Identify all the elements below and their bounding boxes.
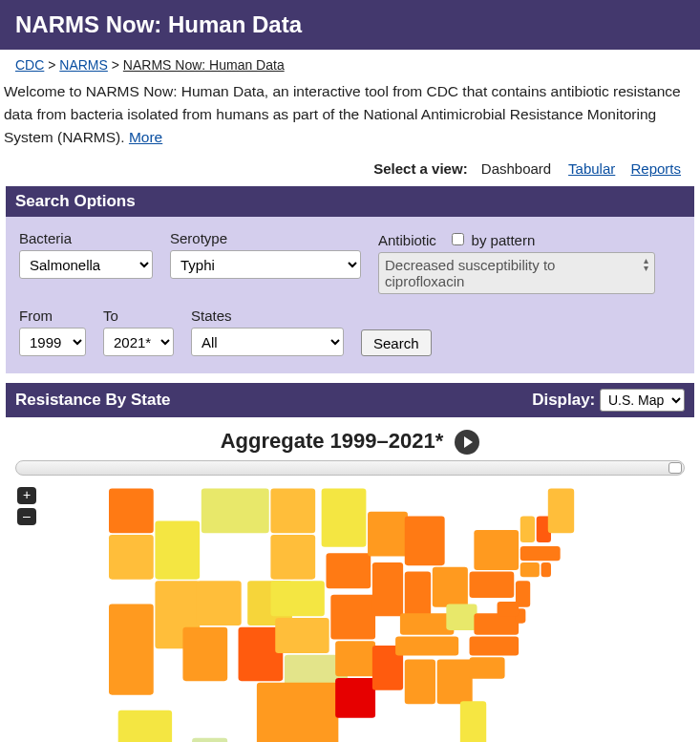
zoom-out-button[interactable]: – [17, 508, 36, 525]
state-ND[interactable] [270, 489, 315, 534]
view-tabular-link[interactable]: Tabular [568, 160, 615, 177]
breadcrumb: CDC > NARMS > NARMS Now: Human Data [0, 50, 700, 76]
antibiotic-label: Antibiotic by pattern [378, 230, 655, 248]
intro-text: Welcome to NARMS Now: Human Data, an int… [4, 83, 681, 145]
state-AK[interactable] [117, 710, 171, 742]
map-container: + – [15, 483, 685, 742]
zoom-in-button[interactable]: + [17, 487, 36, 504]
state-RI[interactable] [541, 562, 550, 577]
state-KS[interactable] [275, 618, 329, 653]
to-select[interactable]: 2021* [103, 328, 174, 356]
state-WY[interactable] [210, 535, 255, 580]
resistance-title: Resistance By State [15, 391, 171, 410]
state-MA[interactable] [520, 546, 560, 561]
page-title: NARMS Now: Human Data [15, 11, 302, 37]
search-options-body: Bacteria Salmonella Serotype Typhi Antib… [6, 217, 694, 373]
bacteria-select[interactable]: Salmonella [19, 250, 153, 279]
state-SD[interactable] [270, 535, 315, 580]
play-icon[interactable] [455, 430, 479, 455]
states-select[interactable]: All [191, 328, 344, 356]
view-selector-label: Select a view: [373, 160, 467, 177]
display-select[interactable]: U.S. Map [600, 389, 685, 412]
state-SC[interactable] [469, 657, 504, 679]
view-reports-link[interactable]: Reports [630, 160, 681, 177]
bacteria-label: Bacteria [19, 230, 153, 246]
intro-more-link[interactable]: More [129, 129, 162, 145]
state-NE[interactable] [270, 582, 324, 617]
breadcrumb-current: NARMS Now: Human Data [123, 57, 285, 73]
antibiotic-select[interactable]: Decreased susceptibility to ciprofloxaci… [378, 252, 655, 294]
aggregate-title: Aggregate 1999–2021* [15, 429, 685, 455]
state-VA[interactable] [474, 613, 519, 635]
from-select[interactable]: 1999 [19, 328, 86, 356]
state-FL[interactable] [459, 701, 485, 742]
state-MI[interactable] [404, 517, 444, 566]
state-NC[interactable] [469, 637, 519, 656]
state-IL[interactable] [371, 562, 402, 616]
state-MO[interactable] [330, 595, 375, 640]
by-pattern-checkbox[interactable] [452, 233, 464, 245]
state-ID[interactable] [155, 521, 200, 580]
state-MT[interactable] [201, 489, 268, 534]
breadcrumb-sep: > [112, 57, 119, 73]
breadcrumb-cdc[interactable]: CDC [15, 57, 44, 73]
state-OR[interactable] [109, 535, 154, 580]
from-label: From [19, 307, 86, 324]
state-CT[interactable] [520, 562, 539, 577]
state-TN[interactable] [395, 637, 458, 656]
by-pattern-label: by pattern [472, 232, 536, 248]
state-IN[interactable] [404, 572, 430, 617]
antibiotic-value: Decreased susceptibility to ciprofloxaci… [385, 257, 555, 289]
serotype-select[interactable]: Typhi [170, 250, 361, 279]
state-OH[interactable] [432, 567, 467, 607]
serotype-label: Serotype [170, 230, 361, 246]
us-map[interactable] [93, 483, 608, 742]
to-label: To [103, 307, 174, 324]
search-button[interactable]: Search [361, 329, 432, 356]
state-LA[interactable] [335, 678, 375, 718]
intro-text-block: Welcome to NARMS Now: Human Data, an int… [0, 76, 700, 160]
time-slider[interactable] [15, 460, 685, 476]
updown-icon: ▴▾ [644, 257, 648, 272]
state-ME[interactable] [547, 489, 573, 534]
state-PA[interactable] [469, 572, 514, 598]
state-MD[interactable] [497, 602, 519, 616]
view-selector: Select a view: Dashboard Tabular Reports [0, 160, 700, 186]
state-AR[interactable] [335, 641, 375, 676]
state-IA[interactable] [326, 553, 371, 588]
search-options-panel: Search Options Bacteria Salmonella Serot… [6, 186, 694, 373]
state-WI[interactable] [368, 512, 408, 557]
state-AL[interactable] [404, 660, 435, 705]
search-options-header: Search Options [6, 186, 694, 217]
display-label: Display: [532, 391, 595, 409]
states-label: States [191, 307, 344, 324]
time-slider-handle[interactable] [668, 462, 682, 474]
state-VT[interactable] [520, 517, 534, 542]
resistance-header: Resistance By State Display: U.S. Map [6, 383, 694, 417]
state-UT[interactable] [196, 582, 241, 626]
view-dashboard: Dashboard [481, 160, 551, 177]
state-WV[interactable] [446, 604, 477, 630]
page-banner: NARMS Now: Human Data [0, 0, 700, 50]
breadcrumb-sep: > [48, 57, 55, 73]
resistance-body: Aggregate 1999–2021* + – [6, 417, 694, 742]
state-AZ[interactable] [182, 627, 227, 681]
state-GA[interactable] [436, 660, 472, 705]
state-WA[interactable] [109, 489, 154, 534]
state-HI[interactable] [192, 738, 227, 742]
search-options-title: Search Options [15, 192, 136, 211]
state-MN[interactable] [321, 489, 366, 547]
state-CA[interactable] [109, 604, 154, 695]
display-control: Display: U.S. Map [532, 389, 685, 412]
state-TX[interactable] [256, 683, 337, 742]
state-KY[interactable] [399, 613, 453, 635]
resistance-panel: Resistance By State Display: U.S. Map Ag… [6, 383, 694, 742]
state-NY[interactable] [474, 530, 519, 570]
breadcrumb-narms[interactable]: NARMS [59, 57, 108, 73]
